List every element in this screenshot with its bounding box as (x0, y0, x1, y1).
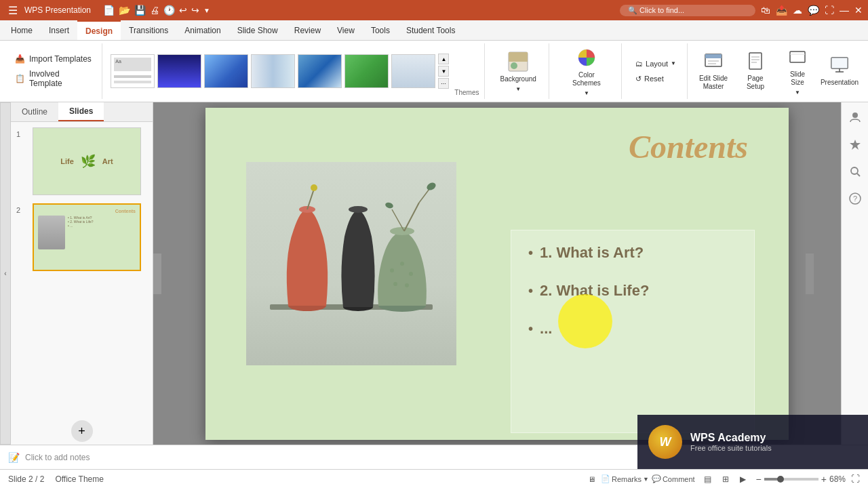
tab-outline[interactable]: Outline (11, 102, 58, 121)
background-group: Background ▼ (488, 43, 549, 99)
slide-info: Slide 2 / 2 (8, 474, 44, 484)
slide1-plant-icon: 🌿 (81, 154, 96, 169)
presentation-label: Presentation (821, 79, 859, 87)
tab-transitions[interactable]: Transitions (121, 20, 176, 40)
left-panel: Outline Slides 1 Life 🌿 Art 2 (11, 102, 153, 445)
svg-line-33 (419, 189, 429, 203)
share-icon[interactable]: 📤 (776, 5, 787, 16)
open-icon[interactable]: 📂 (119, 5, 130, 16)
slide2-background: Contents • 1. What is Art? • 2. What is … (34, 205, 140, 270)
slide-thumb-1[interactable]: Life 🌿 Art (33, 127, 141, 195)
new-icon[interactable]: 📄 (103, 5, 115, 16)
theme-thumb-5[interactable] (298, 54, 342, 88)
tab-view[interactable]: View (329, 20, 363, 40)
theme-thumb-4[interactable] (251, 54, 295, 88)
wps-logo: W (648, 425, 682, 459)
star-button[interactable] (846, 135, 865, 154)
remarks-button[interactable]: 📄 Remarks ▼ (601, 474, 649, 483)
fullscreen-icon[interactable]: ⛶ (825, 5, 834, 16)
slide-size-button[interactable]: Slide Size ▼ (777, 43, 818, 100)
layout-button[interactable]: 🗂 Layout ▼ (630, 58, 682, 70)
theme-scroll-up[interactable]: ▲ (438, 54, 449, 64)
canvas-scroll-right (806, 253, 814, 294)
theme-thumb-7[interactable] (391, 54, 435, 88)
add-slide-button[interactable]: + (71, 420, 93, 442)
canvas-scroll-left (153, 253, 161, 294)
zoom-controls: − + 68% (756, 474, 846, 485)
title-bar: ☰ WPS Presentation 📄 📂 💾 🖨 🕐 ↩ ↪ ▼ 🔍 Cli… (0, 0, 868, 20)
involved-template-button[interactable]: 📋 Involved Template (11, 67, 96, 90)
import-templates-button[interactable]: 📥 Import Templates (11, 52, 96, 66)
history-icon[interactable]: 🕐 (163, 5, 175, 16)
slide-item-2[interactable]: 2 Contents • 1. What is Art? • 2. What i… (16, 203, 147, 271)
redo-icon[interactable]: ↪ (191, 5, 199, 16)
background-button[interactable]: Background ▼ (493, 47, 542, 96)
tab-home[interactable]: Home (3, 20, 41, 40)
theme-thumb-3[interactable] (204, 54, 248, 88)
notes-icon: 📝 (8, 452, 20, 463)
tab-slides[interactable]: Slides (58, 102, 104, 121)
vases-svg (256, 176, 446, 352)
slide-item-1[interactable]: 1 Life 🌿 Art (16, 127, 147, 195)
tab-student-tools[interactable]: Student Tools (398, 20, 464, 40)
grid-view-button[interactable]: ⊞ (718, 472, 733, 487)
layout-reset-group: 🗂 Layout ▼ ↺ Reset (625, 43, 688, 99)
reader-view-button[interactable]: ▶ (736, 472, 751, 487)
search-bar[interactable]: 🔍 Click to find... (620, 5, 755, 16)
undo-dropdown-icon[interactable]: ▼ (203, 7, 210, 14)
fit-window-button[interactable]: ⛶ (851, 474, 860, 484)
minimize-icon[interactable]: — (840, 5, 849, 16)
cloud-icon[interactable]: ☁ (793, 5, 802, 16)
chat-icon[interactable]: 💬 (808, 5, 819, 16)
tab-tools[interactable]: Tools (363, 20, 398, 40)
edit-slide-master-button[interactable]: Edit Slide Master (693, 47, 734, 95)
color-schemes-button[interactable]: Color Schemes ▼ (557, 43, 616, 100)
theme-thumb-6[interactable] (344, 54, 389, 88)
search-button[interactable] (846, 162, 865, 181)
comment-button[interactable]: 💬 Comment (652, 474, 695, 483)
page-setup-button[interactable]: Page Setup (735, 47, 776, 95)
status-view-buttons: ▤ ⊞ ▶ (701, 472, 751, 487)
color-schemes-group: Color Schemes ▼ (552, 43, 622, 99)
ai-person-button[interactable] (846, 108, 865, 127)
svg-point-31 (405, 283, 409, 287)
slide2-title: Contents (38, 209, 136, 214)
app-menu-icon[interactable]: ☰ (5, 4, 20, 17)
reset-button[interactable]: ↺ Reset (630, 73, 682, 85)
comment-icon: 💬 (652, 474, 661, 483)
normal-view-button[interactable]: ▤ (701, 472, 715, 487)
svg-rect-12 (790, 52, 805, 62)
save-icon[interactable]: 💾 (134, 5, 146, 16)
slide-canvas[interactable]: Contents (205, 108, 789, 440)
theme-thumb-2[interactable] (157, 54, 201, 88)
zoom-in-button[interactable]: + (821, 474, 827, 485)
background-label: Background (500, 75, 536, 83)
theme-scroll-more[interactable]: ⋯ (438, 78, 449, 89)
background-dropdown[interactable]: ▼ (515, 86, 521, 92)
theme-scroll-down[interactable]: ▼ (438, 66, 449, 77)
tab-animation[interactable]: Animation (176, 20, 229, 40)
tab-review[interactable]: Review (286, 20, 329, 40)
reset-icon: ↺ (635, 75, 642, 83)
slide-size-label: Slide Size (783, 70, 812, 87)
close-icon[interactable]: ✕ (854, 5, 863, 16)
status-accessibility[interactable]: 🖥 (588, 475, 595, 483)
theme-thumb-1[interactable]: Aa (111, 54, 155, 88)
print-icon[interactable]: 🖨 (150, 5, 159, 16)
left-collapse-button[interactable]: ‹ (0, 102, 11, 445)
content-item-3: • ... (528, 320, 737, 338)
presentation-button[interactable]: Presentation (819, 52, 860, 91)
store-icon[interactable]: 🛍 (761, 5, 770, 16)
zoom-out-button[interactable]: − (756, 474, 762, 485)
zoom-slider[interactable] (764, 478, 818, 481)
help-button[interactable]: ? (846, 189, 865, 208)
undo-icon[interactable]: ↩ (179, 5, 187, 16)
slide-number-2: 2 (16, 203, 27, 214)
tab-design[interactable]: Design (77, 20, 121, 40)
theme-thumbs: Aa (111, 54, 435, 88)
tab-insert[interactable]: Insert (41, 20, 77, 40)
tab-slideshow[interactable]: Slide Show (229, 20, 286, 40)
color-schemes-dropdown[interactable]: ▼ (584, 90, 589, 96)
wps-academy-overlay: W WPS Academy Free office suite tutorial… (637, 415, 868, 469)
slide-thumb-2[interactable]: Contents • 1. What is Art? • 2. What is … (33, 203, 141, 271)
